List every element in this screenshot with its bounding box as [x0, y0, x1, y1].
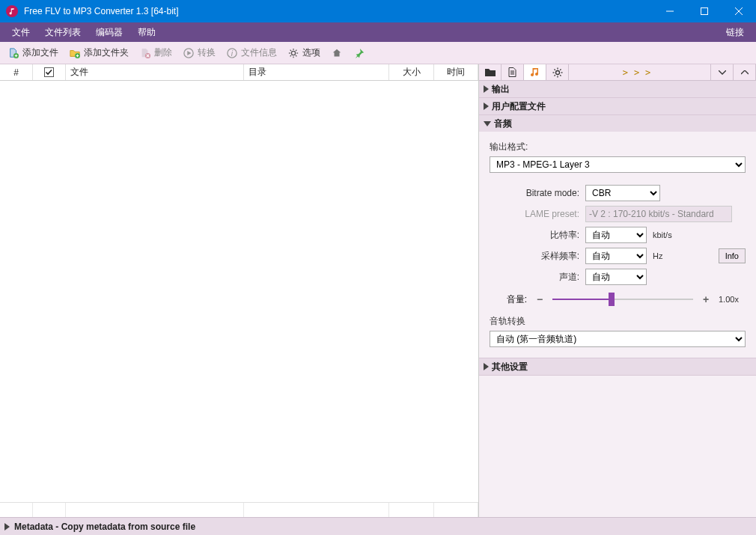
section-user-profile: 用户配置文件 — [479, 98, 756, 115]
window-title: Free FLV to MP3 Converter 1.3 [64-bit] — [24, 6, 179, 16]
section-user-profile-header[interactable]: 用户配置文件 — [479, 98, 756, 114]
file-info-button[interactable]: i 文件信息 — [222, 44, 281, 61]
section-output-header[interactable]: 输出 — [479, 81, 756, 97]
triangle-right-icon — [484, 363, 489, 370]
panel-tabs: >>> — [479, 64, 756, 81]
table-header: # 文件 目录 大小 时间 — [0, 64, 478, 81]
tab-folder[interactable] — [479, 64, 502, 80]
col-number[interactable]: # — [0, 64, 33, 80]
table-body[interactable] — [0, 81, 478, 502]
main-area: # 文件 目录 大小 时间 >>> — [0, 64, 756, 517]
footer-text: Metadata - Copy metadata from source fil… — [14, 522, 195, 532]
track-convert-select[interactable]: 自动 (第一音频轨道) — [490, 331, 746, 347]
chevron-up-icon — [741, 70, 749, 75]
col-time[interactable]: 时间 — [434, 64, 478, 80]
settings-pane: >>> 输出 用户配置文件 音频 输出格式: — [479, 64, 756, 517]
bitrate-mode-label: Bitrate mode: — [490, 188, 579, 198]
volume-plus-button[interactable]: + — [699, 293, 713, 306]
tab-expand[interactable] — [734, 64, 756, 80]
options-label: 选项 — [302, 46, 320, 59]
folder-add-icon — [69, 47, 81, 59]
folder-icon — [485, 68, 496, 77]
channel-select[interactable]: 自动 — [585, 269, 647, 285]
samplerate-unit: Hz — [653, 251, 662, 260]
pin-button[interactable] — [349, 45, 370, 61]
volume-value: 1.00x — [719, 295, 746, 304]
home-button[interactable] — [326, 45, 347, 61]
col-file[interactable]: 文件 — [66, 64, 244, 80]
volume-slider[interactable] — [552, 293, 693, 306]
menu-file[interactable]: 文件 — [4, 23, 37, 42]
maximize-button[interactable] — [687, 0, 722, 22]
home-icon — [331, 47, 343, 59]
col-dir[interactable]: 目录 — [244, 64, 389, 80]
titlebar: Free FLV to MP3 Converter 1.3 [64-bit] — [0, 0, 756, 22]
menu-help[interactable]: 帮助 — [130, 23, 163, 42]
document-icon — [508, 67, 516, 77]
svg-rect-1 — [701, 8, 708, 15]
track-convert-label: 音轨转换 — [490, 315, 746, 328]
tab-document[interactable] — [502, 64, 524, 80]
play-icon — [183, 47, 195, 59]
add-file-label: 添加文件 — [22, 46, 58, 59]
svg-line-30 — [554, 75, 555, 76]
tab-settings[interactable] — [546, 64, 569, 80]
delete-icon — [139, 47, 151, 59]
app-icon — [6, 5, 18, 17]
close-button[interactable] — [722, 0, 756, 22]
menu-file-list[interactable]: 文件列表 — [37, 23, 88, 42]
bitrate-select[interactable]: 自动 — [585, 227, 647, 243]
checkbox-checked-icon — [44, 67, 54, 77]
delete-button[interactable]: 删除 — [135, 44, 177, 61]
add-folder-label: 添加文件夹 — [84, 46, 129, 59]
triangle-right-icon — [484, 85, 489, 93]
triangle-right-icon — [484, 103, 489, 110]
section-other-label: 其他设置 — [492, 361, 528, 373]
output-format-select[interactable]: MP3 - MPEG-1 Layer 3 — [490, 156, 746, 173]
gear-icon — [287, 47, 299, 59]
samplerate-select[interactable]: 自动 — [585, 248, 647, 264]
svg-line-16 — [296, 55, 296, 56]
bitrate-label: 比特率: — [490, 229, 579, 242]
tab-collapse[interactable] — [711, 64, 734, 80]
volume-label: 音量: — [490, 293, 527, 306]
add-file-button[interactable]: 添加文件 — [3, 44, 63, 61]
lame-preset-select: -V 2 : 170-210 kbit/s - Standard — [585, 206, 732, 222]
toolbar: 添加文件 添加文件夹 删除 转换 i 文件信息 选项 — [0, 42, 756, 64]
bitrate-unit: kbit/s — [653, 230, 672, 239]
triangle-down-icon — [484, 121, 491, 126]
svg-line-17 — [290, 55, 291, 56]
table-footer — [0, 502, 478, 517]
add-folder-button[interactable]: 添加文件夹 — [64, 44, 133, 61]
bitrate-mode-select[interactable]: CBR — [585, 185, 660, 201]
section-audio-header[interactable]: 音频 — [479, 115, 756, 132]
section-other-header[interactable]: 其他设置 — [479, 358, 756, 375]
menu-link[interactable]: 链接 — [719, 23, 752, 42]
svg-line-31 — [560, 69, 561, 70]
tab-more[interactable]: >>> — [569, 64, 711, 80]
info-button[interactable]: Info — [719, 248, 746, 263]
section-audio-body: 输出格式: MP3 - MPEG-1 Layer 3 Bitrate mode:… — [479, 132, 756, 358]
svg-point-23 — [555, 70, 559, 74]
menubar: 文件 文件列表 编码器 帮助 链接 — [0, 22, 756, 42]
col-size[interactable]: 大小 — [389, 64, 434, 80]
slider-thumb[interactable] — [609, 293, 615, 306]
svg-line-29 — [560, 75, 561, 76]
file-list-pane: # 文件 目录 大小 时间 — [0, 64, 479, 517]
volume-minus-button[interactable]: − — [533, 293, 546, 306]
section-audio-label: 音频 — [494, 117, 512, 130]
footer-bar[interactable]: Metadata - Copy metadata from source fil… — [0, 517, 756, 535]
col-checkbox[interactable] — [33, 64, 66, 80]
options-button[interactable]: 选项 — [283, 44, 325, 61]
triangle-right-icon — [4, 523, 10, 531]
gear-icon — [552, 67, 563, 78]
minimize-button[interactable] — [653, 0, 687, 22]
music-note-icon — [531, 67, 540, 78]
tab-audio[interactable] — [524, 64, 546, 80]
svg-line-15 — [290, 49, 291, 50]
delete-label: 删除 — [154, 46, 172, 59]
menu-encoder[interactable]: 编码器 — [88, 23, 130, 42]
pin-icon — [353, 47, 365, 59]
convert-button[interactable]: 转换 — [178, 44, 220, 61]
section-user-profile-label: 用户配置文件 — [492, 100, 546, 113]
